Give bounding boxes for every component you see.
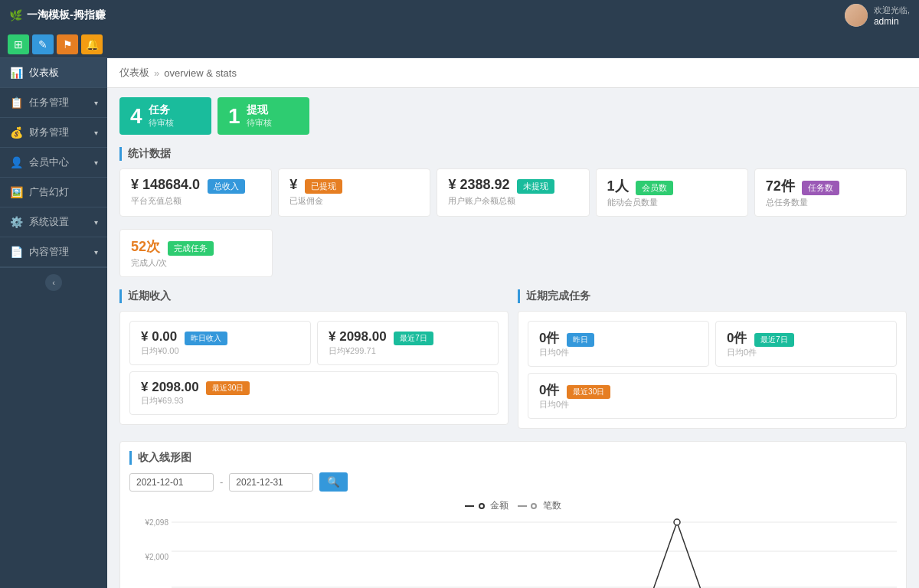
y-label-2: ¥2,000 bbox=[129, 553, 168, 561]
members-label: 能动会员数量 bbox=[607, 197, 737, 208]
members-icon: 👤 bbox=[9, 156, 23, 168]
chart-date-from-input[interactable] bbox=[129, 473, 214, 492]
tasks-7days-val: 0件 bbox=[727, 331, 747, 345]
tasks-yesterday-sub: 日均0件 bbox=[539, 347, 698, 358]
sidebar-item-settings[interactable]: ⚙️ 系统设置 ▾ bbox=[0, 207, 107, 237]
tasks-yesterday-badge: 昨日 bbox=[567, 333, 594, 347]
y-label-1: ¥2,098 bbox=[129, 518, 168, 527]
income-30days: ¥ 2098.00 最近30日 日均¥69.93 bbox=[129, 371, 499, 416]
chart-date-to-input[interactable] bbox=[229, 473, 313, 492]
sidebar-label-members: 会员中心 bbox=[29, 155, 69, 169]
dashboard-icon: 📊 bbox=[9, 67, 23, 79]
tasks-7days: 0件 最近7日 日均0件 bbox=[715, 321, 897, 367]
sidebar-item-members[interactable]: 👤 会员中心 ▾ bbox=[0, 148, 107, 178]
pending-label: 用户账户余额总额 bbox=[448, 195, 577, 207]
stat-completions: 52次 完成任务 完成人/次 bbox=[119, 229, 273, 277]
sidebar-item-tasks[interactable]: 📋 任务管理 ▾ bbox=[0, 88, 107, 118]
sidebar-label-tasks: 任务管理 bbox=[29, 96, 69, 109]
date-range-dash: - bbox=[220, 476, 223, 488]
chevron-down-icon-4: ▾ bbox=[94, 218, 98, 227]
tasks-30days-sub: 日均0件 bbox=[539, 399, 885, 410]
stat-members: 1人 会员数 能动会员数量 bbox=[596, 168, 748, 217]
breadcrumb-home[interactable]: 仪表板 bbox=[119, 66, 149, 80]
sidebar-label-dashboard: 仪表板 bbox=[29, 66, 59, 80]
y-axis: ¥2,098 ¥2,000 ¥1,500 ¥1,000 ¥500 bbox=[129, 518, 172, 588]
recent-tasks-header: 近期完成任务 bbox=[518, 289, 907, 303]
quicknav-home-button[interactable]: ⊞ bbox=[8, 34, 29, 54]
withdraw-count: 1 bbox=[228, 104, 240, 129]
tasks-30days: 0件 最近30日 日均0件 bbox=[528, 373, 897, 419]
quicknav-edit-button[interactable]: ✎ bbox=[32, 34, 54, 54]
tasks-icon: 📋 bbox=[9, 96, 23, 109]
status-cards: 4 任务 待审核 1 提现 待审核 bbox=[119, 97, 907, 135]
task-count: 4 bbox=[130, 104, 142, 129]
chevron-down-icon: ▾ bbox=[94, 99, 98, 107]
status-card-tasks: 4 任务 待审核 bbox=[119, 97, 211, 135]
sidebar-item-dashboard[interactable]: 📊 仪表板 bbox=[0, 58, 107, 88]
breadcrumb-current: overview & stats bbox=[164, 67, 237, 79]
chart-svg-container bbox=[172, 518, 897, 588]
chart-search-button[interactable]: 🔍 bbox=[319, 472, 348, 492]
chart-controls: - 🔍 bbox=[129, 472, 897, 492]
content-area: 4 任务 待审核 1 提现 待审核 统计数据 bbox=[107, 88, 919, 588]
recent-income-content: ¥ 0.00 昨日收入 日均¥0.00 ¥ 2098.00 最近7日 bbox=[119, 311, 509, 425]
topbar: 🌿 一淘模板-拇指赚 欢迎光临, admin bbox=[0, 0, 919, 31]
tasks-yesterday: 0件 昨日 日均0件 bbox=[528, 321, 709, 367]
logo: 🌿 一淘模板-拇指赚 bbox=[9, 8, 106, 22]
quicknav: ⊞ ✎ ⚑ 🔔 bbox=[0, 31, 919, 58]
status-card-withdraw: 1 提现 待审核 bbox=[217, 97, 309, 135]
tasks-total-badge: 任务数 bbox=[802, 181, 839, 195]
tasks-30days-badge: 最近30日 bbox=[567, 385, 610, 399]
chart-section-header: 收入线形图 bbox=[129, 451, 897, 465]
avatar bbox=[845, 4, 868, 27]
tasks-30days-val: 0件 bbox=[539, 383, 559, 397]
chart-line-amount bbox=[172, 522, 823, 588]
stat-total-income: ¥ 148684.0 总收入 平台充值总额 bbox=[119, 168, 272, 217]
tasks-yesterday-val: 0件 bbox=[539, 331, 559, 345]
sidebar-item-content[interactable]: 📄 内容管理 ▾ bbox=[0, 237, 107, 267]
tasks-7days-sub: 日均0件 bbox=[727, 347, 885, 358]
sidebar-item-ads[interactable]: 🖼️ 广告幻灯 bbox=[0, 178, 107, 207]
total-income-value: ¥ 148684.0 bbox=[131, 177, 200, 192]
quicknav-flag-button[interactable]: ⚑ bbox=[57, 34, 78, 54]
recent-tasks-content: 0件 昨日 日均0件 0件 最近7日 日均0件 bbox=[518, 311, 907, 429]
stat-withdrawn: ¥ 已提现 已返佣金 bbox=[278, 168, 430, 217]
sidebar-collapse-button[interactable]: ‹ bbox=[45, 274, 62, 291]
stats-section-header: 统计数据 bbox=[119, 147, 907, 161]
income-7days-badge: 最近7日 bbox=[394, 332, 433, 345]
income-yesterday-sub: 日均¥0.00 bbox=[141, 345, 299, 357]
chevron-down-icon-3: ▾ bbox=[94, 158, 98, 167]
sidebar-item-finance[interactable]: 💰 财务管理 ▾ bbox=[0, 118, 107, 148]
recent-income-panel: 近期收入 ¥ 0.00 昨日收入 日均¥0.00 bbox=[119, 289, 509, 429]
completions-value: 52次 bbox=[131, 239, 160, 254]
income-yesterday-badge: 昨日收入 bbox=[185, 332, 227, 345]
finance-icon: 💰 bbox=[9, 126, 23, 139]
tasks-total-label: 总任务数量 bbox=[766, 197, 895, 208]
breadcrumb-separator: » bbox=[154, 67, 159, 79]
income-30days-sub: 日均¥69.93 bbox=[141, 395, 487, 407]
chevron-down-icon-5: ▾ bbox=[94, 248, 98, 256]
total-income-label: 平台充值总额 bbox=[131, 195, 260, 207]
income-7days: ¥ 2098.00 最近7日 日均¥299.71 bbox=[317, 321, 499, 365]
stat-pending: ¥ 2388.92 未提现 用户账户余额总额 bbox=[437, 168, 589, 217]
quicknav-bell-button[interactable]: 🔔 bbox=[81, 34, 103, 54]
members-badge: 会员数 bbox=[636, 181, 673, 195]
sidebar-label-settings: 系统设置 bbox=[29, 215, 69, 229]
sidebar-label-finance: 财务管理 bbox=[29, 126, 69, 139]
legend-count: 笔数 bbox=[518, 499, 561, 512]
income-yesterday: ¥ 0.00 昨日收入 日均¥0.00 bbox=[129, 321, 311, 365]
ads-icon: 🖼️ bbox=[9, 186, 23, 198]
income-7days-val: ¥ 2098.00 bbox=[329, 329, 387, 344]
recent-panels: 近期收入 ¥ 0.00 昨日收入 日均¥0.00 bbox=[119, 289, 907, 429]
income-yesterday-val: ¥ 0.00 bbox=[141, 329, 177, 344]
chart-svg bbox=[172, 518, 897, 588]
user-greeting: 欢迎光临, admin bbox=[874, 5, 910, 27]
withdrawn-badge: 已提现 bbox=[305, 179, 342, 194]
task-title: 任务 bbox=[149, 103, 174, 117]
withdrawn-value: ¥ bbox=[289, 177, 297, 192]
legend-amount: 金额 bbox=[465, 499, 509, 512]
sidebar-label-ads: 广告幻灯 bbox=[29, 185, 69, 199]
pending-value: ¥ 2388.92 bbox=[448, 177, 509, 192]
recent-tasks-panel: 近期完成任务 0件 昨日 日均0件 bbox=[518, 289, 907, 429]
logo-icon: 🌿 bbox=[9, 9, 22, 21]
